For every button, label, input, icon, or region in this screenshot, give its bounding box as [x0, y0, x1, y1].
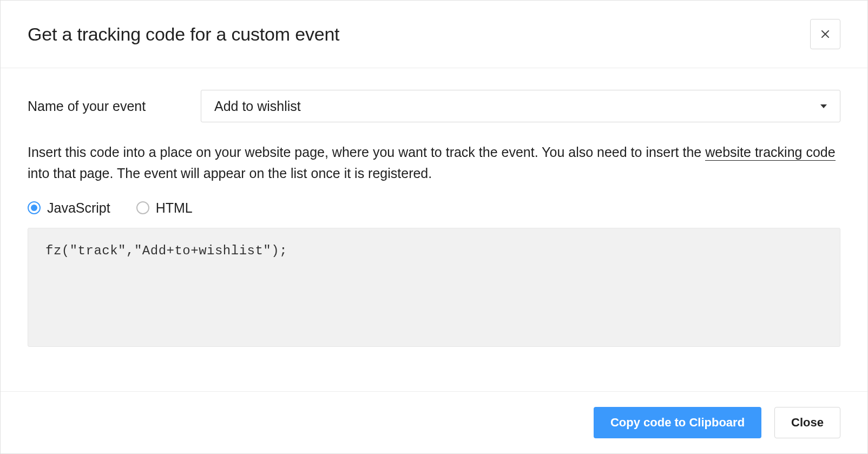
close-button[interactable]: Close	[774, 407, 840, 438]
tracking-code-modal: Get a tracking code for a custom event N…	[0, 0, 868, 454]
event-name-selected-value: Add to wishlist	[214, 98, 301, 114]
modal-header: Get a tracking code for a custom event	[1, 1, 867, 68]
event-name-label: Name of your event	[28, 98, 201, 114]
modal-title: Get a tracking code for a custom event	[28, 24, 339, 45]
radio-html[interactable]: HTML	[136, 200, 193, 216]
radio-html-label: HTML	[156, 200, 193, 216]
modal-footer: Copy code to Clipboard Close	[1, 391, 867, 453]
radio-dot-icon	[31, 205, 37, 211]
event-name-select-wrap: Add to wishlist	[201, 90, 840, 122]
radio-javascript[interactable]: JavaScript	[28, 200, 110, 216]
code-snippet-box[interactable]: fz("track","Add+to+wishlist");	[28, 228, 840, 347]
radio-javascript-label: JavaScript	[47, 200, 110, 216]
instruction-part1: Insert this code into a place on your we…	[28, 144, 705, 160]
event-name-select[interactable]: Add to wishlist	[201, 90, 840, 122]
radio-selected-icon	[28, 201, 41, 214]
copy-code-button[interactable]: Copy code to Clipboard	[594, 407, 761, 438]
close-icon-button[interactable]	[810, 19, 840, 49]
chevron-down-icon	[820, 104, 827, 108]
radio-unselected-icon	[136, 201, 149, 214]
website-tracking-code-link[interactable]: website tracking code	[705, 144, 835, 161]
code-format-radio-group: JavaScript HTML	[28, 200, 840, 216]
modal-body: Name of your event Add to wishlist Inser…	[1, 68, 867, 391]
instruction-part2: into that page. The event will appear on…	[28, 166, 432, 181]
instruction-text: Insert this code into a place on your we…	[28, 142, 840, 184]
close-icon	[820, 29, 831, 40]
event-name-row: Name of your event Add to wishlist	[28, 90, 840, 122]
